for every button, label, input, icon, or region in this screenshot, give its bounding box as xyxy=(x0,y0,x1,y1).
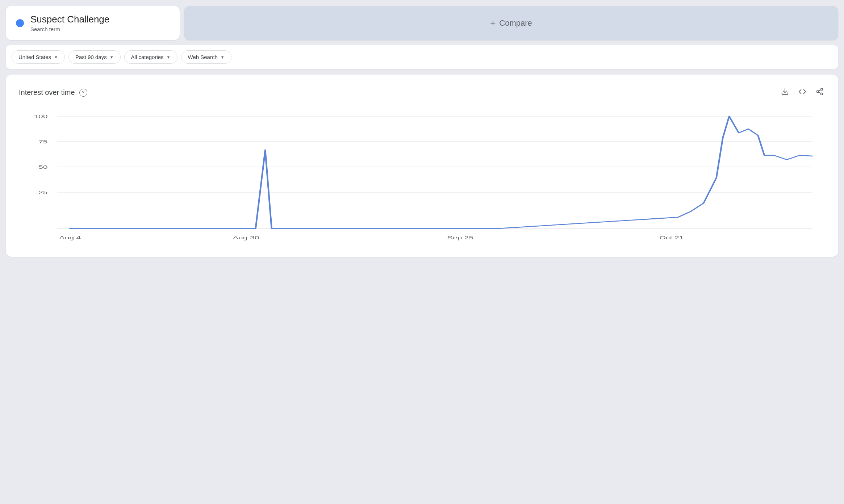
period-filter[interactable]: Past 90 days ▼ xyxy=(68,50,121,64)
chart-area: 100 75 50 25 Aug 4 Aug 30 Sep 25 Oct 21 xyxy=(19,109,825,247)
chart-svg: 100 75 50 25 Aug 4 Aug 30 Sep 25 Oct 21 xyxy=(19,109,825,247)
compare-card[interactable]: + Compare xyxy=(184,6,838,40)
svg-text:50: 50 xyxy=(38,164,48,170)
svg-text:100: 100 xyxy=(34,114,47,119)
chart-title-group: Interest over time ? xyxy=(19,88,87,97)
search-term-text: Suspect Challenge Search term xyxy=(30,14,109,32)
svg-text:Aug 30: Aug 30 xyxy=(233,235,259,240)
share-button[interactable] xyxy=(814,86,825,99)
compare-label: Compare xyxy=(499,18,532,28)
filters-row: United States ▼ Past 90 days ▼ All categ… xyxy=(6,45,838,69)
search-term-title: Suspect Challenge xyxy=(30,14,109,25)
plus-icon: + xyxy=(490,17,496,29)
interest-over-time-card: Interest over time ? xyxy=(6,75,838,257)
region-filter-label: United States xyxy=(18,54,51,60)
svg-text:Oct 21: Oct 21 xyxy=(659,235,684,240)
svg-line-4 xyxy=(819,92,821,94)
category-chevron-icon: ▼ xyxy=(167,55,171,59)
search-term-card: Suspect Challenge Search term xyxy=(6,6,180,40)
svg-text:25: 25 xyxy=(38,190,48,195)
svg-text:Sep 25: Sep 25 xyxy=(447,235,474,240)
chart-title: Interest over time xyxy=(19,88,75,97)
svg-text:Aug 4: Aug 4 xyxy=(59,235,81,240)
help-icon[interactable]: ? xyxy=(79,89,87,97)
period-filter-label: Past 90 days xyxy=(75,54,107,60)
category-filter[interactable]: All categories ▼ xyxy=(124,50,177,64)
region-filter[interactable]: United States ▼ xyxy=(12,50,65,64)
search-type-filter[interactable]: Web Search ▼ xyxy=(181,50,231,64)
region-chevron-icon: ▼ xyxy=(54,55,58,59)
term-dot-indicator xyxy=(16,19,24,27)
search-type-chevron-icon: ▼ xyxy=(221,55,225,59)
search-term-subtitle: Search term xyxy=(30,26,109,32)
embed-button[interactable] xyxy=(797,86,808,99)
chart-actions xyxy=(780,86,825,99)
svg-line-5 xyxy=(819,90,821,91)
category-filter-label: All categories xyxy=(131,54,164,60)
chart-header: Interest over time ? xyxy=(19,86,825,99)
search-type-filter-label: Web Search xyxy=(188,54,218,60)
top-row: Suspect Challenge Search term + Compare xyxy=(6,6,838,40)
svg-text:75: 75 xyxy=(38,139,48,144)
period-chevron-icon: ▼ xyxy=(110,55,114,59)
download-button[interactable] xyxy=(780,86,790,99)
